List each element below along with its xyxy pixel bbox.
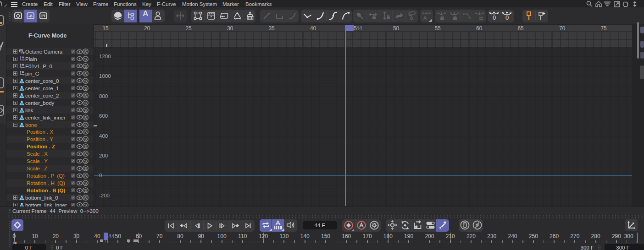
svg-text:S: S: [84, 166, 87, 171]
svg-text:S: S: [84, 108, 87, 113]
svg-text:S: S: [84, 137, 87, 141]
svg-text:S: S: [84, 188, 87, 193]
svg-text:S: S: [84, 71, 87, 76]
svg-text:S: S: [84, 101, 87, 105]
svg-text:S: S: [84, 93, 87, 98]
svg-text:S: S: [84, 86, 87, 91]
svg-text:S: S: [84, 130, 87, 134]
svg-text:S: S: [84, 159, 87, 163]
svg-text:S: S: [84, 79, 87, 83]
svg-text:S: S: [84, 57, 87, 61]
svg-text:S: S: [84, 144, 87, 149]
svg-text:S: S: [84, 49, 87, 54]
svg-text:S: S: [84, 115, 87, 120]
svg-text:S: S: [84, 181, 87, 185]
svg-text:S: S: [84, 64, 87, 69]
svg-text:S: S: [84, 152, 87, 156]
svg-text:S: S: [84, 174, 87, 178]
svg-text:S: S: [84, 123, 87, 127]
svg-text:S: S: [84, 196, 87, 200]
